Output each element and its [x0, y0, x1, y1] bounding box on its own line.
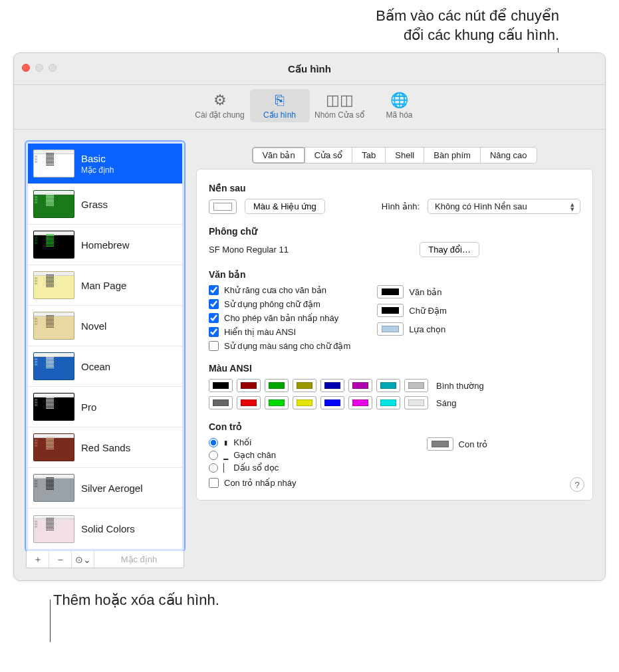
- text-checkbox[interactable]: [209, 313, 219, 323]
- profile-row[interactable]: ≡≡≡≡≡≡ ≣≣≣≣≣≣≣≣≣≣≣≣≣≣≣≣ Novel: [28, 306, 182, 346]
- cursor-color-well[interactable]: [427, 437, 453, 451]
- profile-thumbnail: ≡≡≡≡≡≡ ≣≣≣≣≣≣≣≣≣≣≣≣≣≣≣≣: [33, 515, 74, 543]
- toolbar-item-cấu-hình[interactable]: ⎘Cấu hình: [250, 89, 310, 122]
- preferences-toolbar: ⚙︎Cài đặt chung⎘Cấu hình◫◫Nhóm Cửa sổ🌐Mã…: [14, 85, 605, 130]
- remove-profile-button[interactable]: −: [49, 551, 72, 568]
- color-effects-button[interactable]: Màu & Hiệu ứng: [245, 199, 325, 214]
- tab-nâng-cao[interactable]: Nâng cao: [480, 147, 537, 164]
- profile-row[interactable]: ≡≡≡≡≡≡ ≣≣≣≣≣≣≣≣≣≣≣≣≣≣≣≣ Pro: [28, 387, 182, 427]
- toolbar-icon: ◫◫: [326, 92, 354, 109]
- profile-tab-bar: Văn bảnCửa sổTabShellBàn phímNâng cao: [196, 147, 593, 164]
- profile-name: Homebrew: [81, 239, 130, 251]
- cursor-blink-checkbox[interactable]: [209, 478, 219, 488]
- profiles-sidebar: ≡≡≡≡≡≡ ≣≣≣≣≣≣≣≣≣≣≣≣≣≣≣≣ BasicMặc định ≡≡…: [26, 142, 184, 568]
- profile-name: Novel: [81, 320, 106, 332]
- text-checkbox[interactable]: [209, 285, 219, 295]
- profile-row[interactable]: ≡≡≡≡≡≡ ≣≣≣≣≣≣≣≣≣≣≣≣≣≣≣≣ Red Sands: [28, 427, 182, 468]
- toolbar-item-cài-đặt-chung[interactable]: ⚙︎Cài đặt chung: [190, 89, 250, 122]
- profile-row[interactable]: ≡≡≡≡≡≡ ≣≣≣≣≣≣≣≣≣≣≣≣≣≣≣≣ Solid Colors: [28, 508, 182, 549]
- profile-thumbnail: ≡≡≡≡≡≡ ≣≣≣≣≣≣≣≣≣≣≣≣≣≣≣≣: [33, 312, 74, 340]
- text-color-label: Văn bản: [409, 287, 441, 297]
- minimize-icon[interactable]: [35, 64, 43, 72]
- close-icon[interactable]: [22, 64, 30, 72]
- set-default-button[interactable]: Mặc định: [94, 551, 184, 568]
- toolbar-icon: ⚙︎: [213, 92, 227, 109]
- ansi-color-well[interactable]: [404, 396, 428, 409]
- text-color-well[interactable]: [377, 322, 404, 336]
- ansi-color-well[interactable]: [320, 396, 344, 409]
- profile-thumbnail: ≡≡≡≡≡≡ ≣≣≣≣≣≣≣≣≣≣≣≣≣≣≣≣: [33, 393, 74, 421]
- profile-list[interactable]: ≡≡≡≡≡≡ ≣≣≣≣≣≣≣≣≣≣≣≣≣≣≣≣ BasicMặc định ≡≡…: [26, 142, 184, 551]
- tab-bàn-phím[interactable]: Bàn phím: [424, 147, 480, 164]
- add-profile-button[interactable]: ＋: [27, 551, 49, 568]
- text-checkbox-label: Sử dụng màu sáng cho chữ đậm: [224, 341, 350, 351]
- tab-văn-bản[interactable]: Văn bản: [252, 147, 304, 164]
- tab-cửa-sổ[interactable]: Cửa sổ: [305, 147, 352, 164]
- image-label: Hình ảnh:: [382, 201, 420, 211]
- profile-row[interactable]: ≡≡≡≡≡≡ ≣≣≣≣≣≣≣≣≣≣≣≣≣≣≣≣ Man Page: [28, 265, 182, 306]
- cursor-radio[interactable]: [209, 451, 218, 460]
- annotation-bottom: Thêm hoặc xóa cấu hình.: [0, 581, 619, 609]
- ansi-color-well[interactable]: [348, 379, 372, 392]
- profile-thumbnail: ≡≡≡≡≡≡ ≣≣≣≣≣≣≣≣≣≣≣≣≣≣≣≣: [33, 271, 74, 299]
- profile-row[interactable]: ≡≡≡≡≡≡ ≣≣≣≣≣≣≣≣≣≣≣≣≣≣≣≣ Silver Aerogel: [28, 468, 182, 508]
- ansi-color-well[interactable]: [237, 396, 261, 409]
- toolbar-item-mã-hóa[interactable]: 🌐Mã hóa: [370, 89, 430, 122]
- ansi-color-well[interactable]: [209, 396, 233, 409]
- text-checkbox[interactable]: [209, 341, 219, 351]
- toolbar-icon: ⎘: [275, 92, 284, 109]
- ansi-color-well[interactable]: [209, 379, 233, 392]
- profile-name: Man Page: [81, 280, 126, 291]
- section-cursor-title: Con trỏ: [209, 421, 580, 432]
- text-checkbox-label: Sử dụng phông chữ đậm: [224, 299, 320, 309]
- section-background-title: Nền sau: [209, 183, 580, 193]
- toolbar-item-nhóm-cửa-sổ[interactable]: ◫◫Nhóm Cửa sổ: [310, 89, 370, 122]
- change-font-button[interactable]: Thay đổi…: [420, 242, 479, 257]
- cursor-radio[interactable]: [209, 463, 218, 473]
- ansi-color-well[interactable]: [237, 379, 261, 392]
- profile-row[interactable]: ≡≡≡≡≡≡ ≣≣≣≣≣≣≣≣≣≣≣≣≣≣≣≣ Homebrew: [28, 225, 182, 265]
- ansi-color-well[interactable]: [320, 379, 344, 392]
- text-checkbox[interactable]: [209, 299, 219, 309]
- ansi-row-label: Bình thường: [436, 381, 484, 391]
- text-panel: Nền sau Màu & Hiệu ứng Hình ảnh: Không c…: [196, 169, 593, 501]
- profile-actions-button[interactable]: ⊙⌄: [72, 551, 94, 568]
- tab-tab[interactable]: Tab: [352, 147, 385, 164]
- cursor-blink-label: Con trỏ nhấp nháy: [224, 478, 297, 488]
- main-panel: Văn bảnCửa sổTabShellBàn phímNâng cao Nề…: [196, 142, 593, 568]
- text-color-well[interactable]: [377, 285, 404, 298]
- section-font-title: Phông chữ: [209, 226, 580, 237]
- background-color-well[interactable]: [209, 199, 237, 214]
- ansi-color-well[interactable]: [293, 396, 316, 409]
- ansi-color-well[interactable]: [348, 396, 372, 409]
- cursor-radio-label: Khối: [233, 437, 251, 447]
- ansi-row-label: Sáng: [436, 398, 456, 408]
- profile-thumbnail: ≡≡≡≡≡≡ ≣≣≣≣≣≣≣≣≣≣≣≣≣≣≣≣: [33, 231, 74, 259]
- text-color-well[interactable]: [377, 304, 404, 317]
- profile-row[interactable]: ≡≡≡≡≡≡ ≣≣≣≣≣≣≣≣≣≣≣≣≣≣≣≣ Ocean: [28, 346, 182, 387]
- text-checkbox[interactable]: [209, 327, 219, 337]
- profile-thumbnail: ≡≡≡≡≡≡ ≣≣≣≣≣≣≣≣≣≣≣≣≣≣≣≣: [33, 474, 74, 502]
- annotation-top: Bấm vào các nút để chuyển đổi các khung …: [0, 0, 619, 49]
- profile-thumbnail: ≡≡≡≡≡≡ ≣≣≣≣≣≣≣≣≣≣≣≣≣≣≣≣: [33, 150, 74, 177]
- fullscreen-icon[interactable]: [49, 64, 57, 72]
- section-ansi-title: Màu ANSI: [209, 363, 580, 374]
- ansi-color-well[interactable]: [293, 379, 316, 392]
- profile-row[interactable]: ≡≡≡≡≡≡ ≣≣≣≣≣≣≣≣≣≣≣≣≣≣≣≣ Grass: [28, 184, 182, 225]
- profile-name: Ocean: [81, 361, 110, 372]
- ansi-color-well[interactable]: [376, 396, 400, 409]
- cursor-shape-radios: ▮Khối▁Gạch chân▏Dấu sổ dọc: [209, 437, 279, 473]
- profile-name: Solid Colors: [81, 523, 135, 534]
- preferences-window: Cấu hình ⚙︎Cài đặt chung⎘Cấu hình◫◫Nhóm …: [13, 53, 606, 581]
- ansi-color-well[interactable]: [265, 396, 289, 409]
- ansi-color-well[interactable]: [376, 379, 400, 392]
- font-value: SF Mono Regular 11: [209, 245, 289, 255]
- ansi-color-well[interactable]: [404, 379, 428, 392]
- tab-shell[interactable]: Shell: [385, 147, 424, 164]
- background-image-select[interactable]: Không có Hình Nền sau ▴▾: [428, 199, 580, 214]
- cursor-radio[interactable]: [209, 438, 218, 447]
- window-controls: [22, 64, 57, 72]
- help-button[interactable]: ?: [570, 477, 584, 492]
- ansi-color-well[interactable]: [265, 379, 289, 392]
- profile-row[interactable]: ≡≡≡≡≡≡ ≣≣≣≣≣≣≣≣≣≣≣≣≣≣≣≣ BasicMặc định: [28, 144, 182, 184]
